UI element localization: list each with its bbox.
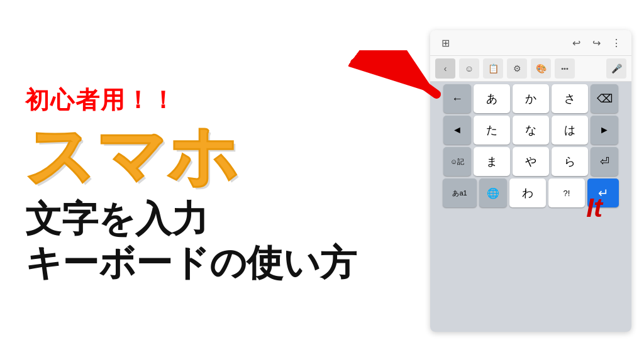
keyboard-section: ⊞ ↩ ↪ ⋮ ‹ ☺ 📋 ⚙ 🎨 ••• 🎤 ← あ か さ <box>430 30 631 332</box>
emoji-face-icon[interactable]: ☺ <box>459 58 479 79</box>
undo-icon[interactable]: ↩ <box>567 34 585 52</box>
key-ka[interactable]: か <box>513 84 549 113</box>
key-ha[interactable]: は <box>552 116 588 145</box>
dots-icon[interactable]: ••• <box>555 58 575 79</box>
clipboard-icon[interactable]: 📋 <box>483 58 503 79</box>
key-ma[interactable]: ま <box>474 147 510 176</box>
grid-icon[interactable]: ⊞ <box>436 34 454 52</box>
more-icon[interactable]: ⋮ <box>608 34 625 52</box>
redo-icon[interactable]: ↪ <box>587 34 605 52</box>
key-ya[interactable]: や <box>513 147 549 176</box>
key-newline[interactable]: ⏎ <box>591 147 618 176</box>
keyboard-toolbar: ⊞ ↩ ↪ ⋮ <box>430 30 631 56</box>
subtitle-line1: 文字を入力 <box>25 197 418 241</box>
key-delete[interactable]: ⌫ <box>591 84 618 113</box>
toolbar-right: ↩ ↪ ⋮ <box>567 34 625 52</box>
key-input-mode[interactable]: あa1 <box>443 178 477 207</box>
key-right-arrow[interactable]: ► <box>591 116 618 145</box>
main-container: 初心者用！！ スマホ 文字を入力 キーボードの使い方 ⊞ ↩ ↪ <box>0 0 644 362</box>
keyboard-row-1: ← あ か さ ⌫ <box>433 84 629 113</box>
mic-icon[interactable]: 🎤 <box>606 58 626 79</box>
settings-icon[interactable]: ⚙ <box>507 58 527 79</box>
keyboard-row-3: ☺記 ま や ら ⏎ <box>433 147 629 176</box>
key-a[interactable]: あ <box>474 84 510 113</box>
subtitle: 文字を入力 キーボードの使い方 <box>25 197 418 284</box>
key-sa[interactable]: さ <box>552 84 588 113</box>
key-left-arrow[interactable]: ◄ <box>443 116 471 145</box>
key-ta[interactable]: た <box>474 116 510 145</box>
key-globe[interactable]: 🌐 <box>479 178 507 207</box>
key-ra[interactable]: ら <box>552 147 588 176</box>
arrow-icon <box>348 50 449 113</box>
key-punctuation[interactable]: ?! <box>548 178 585 207</box>
key-emoji-record[interactable]: ☺記 <box>443 147 471 176</box>
keyboard-row-2: ◄ た な は ► <box>433 116 629 145</box>
key-wa[interactable]: わ <box>509 178 546 207</box>
main-title: スマホ <box>25 121 418 190</box>
key-na[interactable]: な <box>513 116 549 145</box>
arrow-container <box>348 50 449 113</box>
keyboard-top-bar: ‹ ☺ 📋 ⚙ 🎨 ••• 🎤 <box>430 56 631 82</box>
it-label: It <box>586 193 602 223</box>
subtitle-line2: キーボードの使い方 <box>25 241 418 285</box>
palette-icon[interactable]: 🎨 <box>531 58 551 79</box>
toolbar-left: ⊞ <box>436 34 454 52</box>
